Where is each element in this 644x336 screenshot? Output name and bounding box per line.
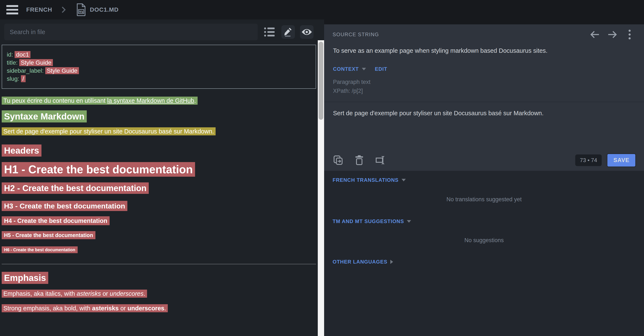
- card-header: SOURCE STRING: [324, 24, 644, 45]
- list-icon: [264, 27, 275, 37]
- heading-h3[interactable]: H3 - Create the best documentation: [2, 202, 316, 210]
- save-button[interactable]: SAVE: [607, 153, 636, 167]
- breadcrumb-project[interactable]: FRENCH: [26, 6, 52, 13]
- search-row: [0, 20, 318, 42]
- chevron-right-icon: [61, 6, 66, 14]
- context-xpath: XPath: /p[2]: [333, 86, 635, 95]
- heading-h4[interactable]: H4 - Create the best documentation: [2, 217, 316, 224]
- text-cursor-icon: [375, 155, 386, 165]
- paragraph-intro[interactable]: Tu peux écrire du contenu en utilisant l…: [2, 97, 316, 104]
- frontmatter-line[interactable]: sidebar_label: Style Guide: [7, 67, 316, 75]
- scrollbar-track[interactable]: [318, 40, 324, 336]
- previous-string-button[interactable]: [589, 29, 601, 41]
- scrollbar-thumb[interactable]: [318, 42, 323, 120]
- translation-toolbar: 73 • 74 SAVE: [324, 149, 644, 171]
- section-tm-mt-suggestions[interactable]: TM AND MT SUGGESTIONS: [324, 218, 644, 224]
- chevron-down-icon: [407, 220, 411, 223]
- heading-emphasis[interactable]: Emphasis: [2, 273, 316, 283]
- source-string-label: SOURCE STRING: [332, 32, 379, 38]
- char-counter: 73 • 74: [575, 154, 602, 166]
- french-translations-empty: No translations suggested yet: [324, 196, 644, 203]
- context-row: CONTEXT EDIT: [324, 66, 644, 72]
- heading-h2[interactable]: H2 - Create the best documentation: [2, 184, 316, 193]
- pencil-icon: [284, 27, 292, 37]
- top-bar: FRENCH M DOC1.MD: [0, 0, 644, 20]
- strings-list-button[interactable]: [263, 25, 276, 39]
- translation-input[interactable]: Sert de page d'exemple pour styliser un …: [324, 102, 644, 149]
- chevron-down-icon: [362, 68, 366, 70]
- source-string-text: To serve as an example page when styling…: [324, 47, 644, 54]
- tm-suggestions-empty: No suggestions: [324, 237, 644, 244]
- source-string-card: SOURCE STRING: [324, 24, 644, 171]
- trash-icon: [355, 155, 363, 165]
- frontmatter-line[interactable]: id: doc1: [7, 51, 316, 59]
- kebab-menu-icon: [628, 30, 631, 40]
- frontmatter-line[interactable]: slug: /: [7, 75, 316, 83]
- section-french-translations[interactable]: FRENCH TRANSLATIONS: [324, 177, 644, 183]
- eye-icon: [302, 28, 312, 36]
- panel-top-gap: [324, 20, 644, 24]
- arrow-right-icon: [608, 30, 617, 39]
- chevron-right-icon: [390, 260, 393, 264]
- search-input[interactable]: [4, 24, 258, 40]
- chevron-down-icon: [402, 179, 406, 181]
- copy-source-button[interactable]: [332, 154, 344, 166]
- markdown-file-icon: M: [76, 3, 86, 16]
- menu-icon[interactable]: [6, 5, 18, 15]
- github-markdown-link[interactable]: la syntaxe Markdown de GitHub: [107, 97, 194, 104]
- document-preview-panel: id: doc1 title: Style Guide sidebar_labe…: [0, 20, 318, 336]
- heading-headers[interactable]: Headers: [2, 145, 316, 156]
- translation-panel: SOURCE STRING: [324, 20, 644, 336]
- horizontal-rule: [2, 264, 316, 264]
- context-type: Paragraph text: [333, 78, 635, 86]
- breadcrumb-file[interactable]: DOC1.MD: [90, 6, 119, 13]
- markdown-preview: id: doc1 title: Style Guide sidebar_labe…: [0, 45, 318, 312]
- frontmatter-line[interactable]: title: Style Guide: [7, 59, 316, 67]
- clear-translation-button[interactable]: [374, 154, 386, 166]
- next-string-button[interactable]: [606, 29, 618, 41]
- svg-text:M: M: [79, 10, 82, 13]
- heading-h6[interactable]: H6 - Create the best documentation: [2, 247, 316, 252]
- context-toggle[interactable]: CONTEXT: [333, 66, 359, 72]
- section-other-languages[interactable]: OTHER LANGUAGES: [324, 259, 644, 265]
- paragraph-selected-string[interactable]: Sert de page d'exemple pour styliser un …: [2, 128, 316, 135]
- edit-mode-button[interactable]: [282, 25, 295, 39]
- heading-h1[interactable]: H1 - Create the best documentation: [2, 163, 316, 176]
- preview-mode-button[interactable]: [300, 25, 314, 39]
- heading-h5[interactable]: H5 - Create the best documentation: [2, 232, 316, 238]
- heading-syntaxe-markdown[interactable]: Syntaxe Markdown: [2, 111, 316, 122]
- copy-icon: [334, 155, 343, 165]
- context-info: Paragraph text XPath: /p[2]: [324, 78, 644, 95]
- paragraph-emphasis[interactable]: Emphasis, aka italics, with asterisks or…: [2, 290, 316, 297]
- delete-translation-button[interactable]: [353, 154, 365, 166]
- arrow-left-icon: [590, 30, 600, 39]
- more-options-button[interactable]: [624, 29, 636, 41]
- edit-context-button[interactable]: EDIT: [375, 66, 387, 72]
- paragraph-strong[interactable]: Strong emphasis, aka bold, with asterisk…: [2, 305, 316, 312]
- frontmatter-block: id: doc1 title: Style Guide sidebar_labe…: [2, 45, 316, 89]
